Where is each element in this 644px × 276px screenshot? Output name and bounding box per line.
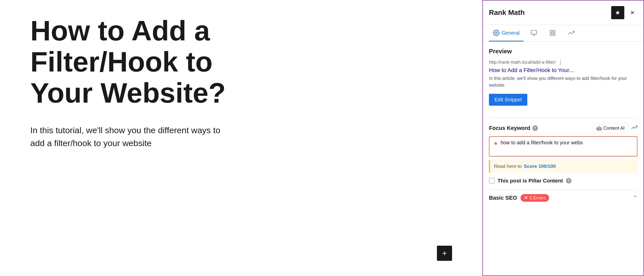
preview-url: http://rank-math.local/add-a-filter/ — [489, 60, 556, 65]
post-title: How to Add a Filter/Hook to Your Website… — [30, 15, 263, 109]
svg-rect-3 — [553, 30, 555, 32]
svg-rect-4 — [553, 33, 555, 35]
tab-general-label: General — [502, 30, 519, 36]
content-ai-icon: 🤖 — [596, 125, 602, 131]
divider-1 — [489, 118, 637, 118]
basic-seo-label: Basic SEO — [489, 195, 517, 201]
panel-title: Rank Math — [489, 9, 525, 17]
close-button[interactable]: × — [627, 8, 637, 18]
errors-badge: ✕ 5 Errors — [521, 194, 549, 202]
svg-rect-1 — [531, 30, 537, 34]
star-button[interactable]: ★ — [611, 6, 624, 19]
svg-rect-2 — [550, 30, 552, 32]
preview-description: In this article, we'll show you differen… — [489, 75, 637, 89]
panel-header-actions: ★ × — [611, 6, 637, 19]
errors-x-icon: ✕ — [524, 195, 528, 201]
trend-icon — [631, 124, 637, 130]
preview-url-menu[interactable]: ⋮ — [558, 59, 563, 65]
focus-keyword-text: Focus Keyword — [489, 125, 530, 131]
plus-icon: + — [442, 249, 447, 258]
close-icon: × — [630, 9, 634, 17]
score-hint-text: Read here to — [494, 164, 522, 169]
errors-count: 5 Errors — [529, 195, 546, 201]
score-hint: Read here to Score 100/100 — [489, 160, 637, 173]
keyword-value: how to add a filter/hook to your webs — [501, 140, 633, 146]
score-link[interactable]: Score 100/100 — [524, 164, 556, 169]
star-icon: ★ — [615, 9, 621, 16]
panel-tabs: General — [483, 25, 643, 42]
schema-icon — [549, 30, 556, 36]
tab-general[interactable]: General — [489, 25, 524, 41]
preview-section-title: Preview — [489, 48, 637, 55]
svg-point-0 — [496, 32, 497, 34]
post-excerpt: In this tutorial, we'll show you the dif… — [30, 124, 232, 150]
preview-title-link[interactable]: How to Add a Filter/Hook to Your... — [489, 67, 637, 74]
keyword-star-icon: ★ — [493, 140, 498, 146]
focus-keyword-row: Focus Keyword ? 🤖 Content AI — [489, 123, 637, 133]
chevron-up-icon: ⌃ — [633, 195, 637, 201]
tab-advanced[interactable] — [563, 25, 580, 41]
pillar-label: This post is Pillar Content — [498, 178, 563, 184]
add-block-button[interactable]: + — [437, 246, 452, 261]
preview-url-row: http://rank-math.local/add-a-filter/ ⋮ — [489, 59, 637, 65]
content-ai-button[interactable]: 🤖 Content AI — [592, 123, 629, 133]
pillar-help-icon[interactable]: ? — [566, 178, 572, 183]
svg-rect-5 — [550, 33, 552, 35]
advanced-icon — [568, 30, 575, 36]
content-ai-label: Content AI — [603, 126, 625, 131]
keyword-actions: 🤖 Content AI — [592, 123, 637, 133]
keyword-input-wrapper[interactable]: ★ how to add a filter/hook to your webs — [489, 136, 637, 156]
gear-icon — [493, 30, 500, 36]
trend-button[interactable] — [631, 124, 637, 132]
edit-snippet-button[interactable]: Edit Snippet — [489, 94, 527, 106]
panel-body: Preview http://rank-math.local/add-a-fil… — [483, 42, 643, 275]
pillar-checkbox[interactable] — [489, 178, 494, 183]
rank-math-panel: Rank Math ★ × General — [482, 0, 644, 276]
tab-schema[interactable] — [544, 25, 561, 41]
pillar-row: This post is Pillar Content ? — [489, 178, 637, 184]
focus-keyword-label: Focus Keyword ? — [489, 125, 538, 131]
social-icon — [531, 30, 537, 36]
content-area: How to Add a Filter/Hook to Your Website… — [0, 0, 482, 276]
basic-seo-row[interactable]: Basic SEO ✕ 5 Errors ⌃ — [489, 190, 637, 206]
focus-keyword-help-icon[interactable]: ? — [532, 125, 538, 131]
tab-social[interactable] — [526, 25, 542, 41]
basic-seo-left: Basic SEO ✕ 5 Errors — [489, 194, 549, 202]
panel-header: Rank Math ★ × — [483, 1, 643, 25]
